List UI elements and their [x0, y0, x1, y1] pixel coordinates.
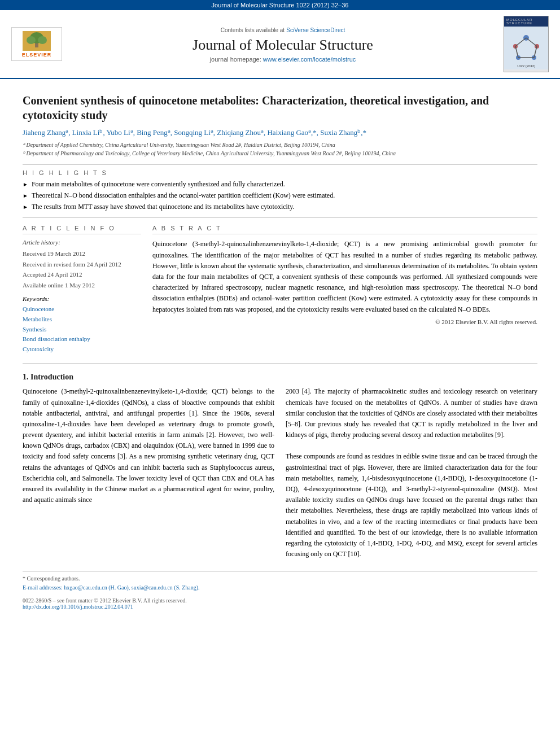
arrow-icon-3: ► — [23, 203, 28, 211]
history-label: Article history: — [23, 239, 141, 246]
highlights-label: H I G H L I G H T S — [23, 169, 537, 176]
issn-doi-section: 0022-2860/$ – see front matter © 2012 El… — [23, 597, 537, 610]
article-title: Convenient synthesis of quinocetone meta… — [23, 93, 537, 123]
abstract-column: A B S T R A C T Quinocetone (3-methyl-2-… — [152, 225, 537, 354]
journal-title: Journal of Molecular Structure — [62, 37, 504, 54]
arrow-icon-2: ► — [23, 192, 28, 200]
highlight-item-2: ► Theoretical N–O bond dissociation enth… — [23, 191, 537, 200]
highlight-text-2: Theoretical N–O bond dissociation enthal… — [32, 191, 335, 200]
intro-body: Quinocetone (3-methyl-2-quinoxalinbenzen… — [23, 386, 537, 560]
main-content: Convenient synthesis of quinocetone meta… — [0, 79, 560, 621]
affiliations: ᵃ Department of Applied Chemistry, China… — [23, 141, 537, 158]
journal-header-center: Contents lists available at SciVerse Sci… — [62, 25, 504, 63]
elsevier-brand: ELSEVIER — [22, 52, 52, 58]
highlight-text-1: Four main metabolites of quinocetone wer… — [32, 180, 285, 189]
journal-cover: MOLECULAR STRUCTURE 1022 (2012) — [504, 16, 549, 72]
section-divider — [23, 363, 537, 364]
highlights-section: H I G H L I G H T S ► Four main metaboli… — [23, 164, 537, 218]
arrow-icon-1: ► — [23, 181, 28, 189]
author-list: Jiaheng Zhangᵃ, Linxia Liᵇ, Yubo Liᵃ, Bi… — [23, 128, 537, 137]
keyword-1: Quinocetone — [23, 304, 141, 314]
section-title: Introduction — [30, 373, 73, 381]
article-info-column: A R T I C L E I N F O Article history: R… — [23, 225, 141, 354]
keywords-label: Keywords: — [23, 295, 141, 302]
affiliation-b: ᵇ Department of Pharmacology and Toxicol… — [23, 149, 537, 158]
homepage-url[interactable]: www.elsevier.com/locate/molstruc — [263, 56, 356, 63]
highlight-item-1: ► Four main metabolites of quinocetone w… — [23, 180, 537, 189]
contents-label: Contents lists available at — [221, 27, 285, 33]
article-info-label: A R T I C L E I N F O — [23, 225, 141, 234]
issn-text: 0022-2860/$ – see front matter © 2012 El… — [23, 597, 537, 604]
cover-label: MOLECULAR STRUCTURE — [506, 18, 546, 25]
svg-point-3 — [38, 36, 47, 44]
affiliation-a: ᵃ Department of Applied Chemistry, China… — [23, 141, 537, 149]
keyword-5: Cytotoxicity — [23, 344, 141, 355]
svg-text:1022 (2012): 1022 (2012) — [517, 64, 535, 68]
intro-left-paragraph: Quinocetone (3-methyl-2-quinoxalinbenzen… — [23, 386, 274, 560]
info-abstract-section: A R T I C L E I N F O Article history: R… — [23, 225, 537, 354]
intro-title: 1. Introduction — [23, 373, 537, 382]
doi-link[interactable]: http://dx.doi.org/10.1016/j.molstruc.201… — [23, 604, 537, 610]
sciverse-link[interactable]: SciVerse ScienceDirect — [286, 27, 345, 33]
keyword-2: Metabolites — [23, 314, 141, 325]
received-date: Received 19 March 2012 — [23, 249, 141, 259]
highlight-item-3: ► The results from MTT assay have showed… — [23, 202, 537, 212]
intro-right-text: 2003 [4]. The majority of pharmacokineti… — [286, 387, 537, 558]
journal-citation-text: Journal of Molecular Structure 1022 (201… — [212, 2, 349, 8]
keyword-3: Synthesis — [23, 325, 141, 335]
svg-point-2 — [27, 36, 36, 44]
journal-homepage: journal homepage: www.elsevier.com/locat… — [62, 56, 504, 63]
footnotes: * Corresponding authors. E-mail addresse… — [23, 571, 537, 592]
keywords-section: Keywords: Quinocetone Metabolites Synthe… — [23, 295, 141, 354]
accepted-date: Accepted 24 April 2012 — [23, 270, 141, 279]
copyright-text: © 2012 Elsevier B.V. All rights reserved… — [152, 318, 537, 325]
abstract-text: Quinocetone (3-methyl-2-quinoxalinbenzen… — [152, 239, 537, 314]
highlight-text-3: The results from MTT assay have showed t… — [32, 202, 295, 212]
svg-rect-4 — [504, 27, 548, 69]
section-number: 1. — [23, 373, 29, 381]
journal-header: ELSEVIER Contents lists available at Sci… — [0, 10, 560, 79]
corresponding-authors-label: * Corresponding authors. — [23, 575, 537, 583]
sciverse-text: Contents lists available at SciVerse Sci… — [62, 25, 504, 34]
abstract-label: A B S T R A C T — [152, 225, 537, 234]
available-date: Available online 1 May 2012 — [23, 281, 141, 290]
email-addresses: E-mail addresses: hxgao@cau.edu.cn (H. G… — [23, 584, 537, 592]
intro-right-paragraph: 2003 [4]. The majority of pharmacokineti… — [286, 386, 537, 560]
received-revised-date: Received in revised form 24 April 2012 — [23, 260, 141, 269]
keyword-4: Bond dissociation enthalpy — [23, 334, 141, 344]
journal-citation-bar: Journal of Molecular Structure 1022 (201… — [0, 0, 560, 10]
elsevier-logo: ELSEVIER — [11, 27, 62, 61]
introduction-section: 1. Introduction Quinocetone (3-methyl-2-… — [23, 373, 537, 560]
cover-illustration: 1022 (2012) — [504, 27, 548, 69]
